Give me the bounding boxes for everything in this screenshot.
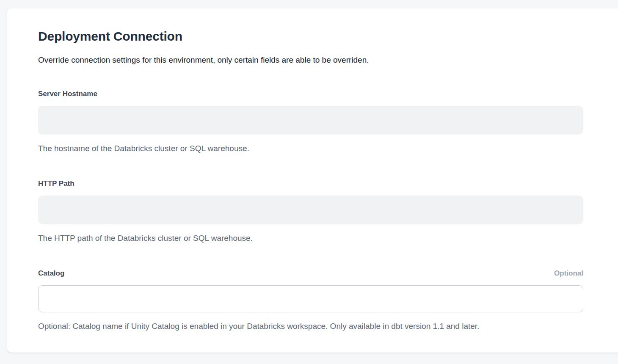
field-http-path: HTTP Path The HTTP path of the Databrick… [38,179,583,243]
server-hostname-input [38,106,583,135]
http-path-input [38,196,583,224]
page-subtitle: Override connection settings for this en… [38,55,583,65]
optional-badge: Optional [554,269,583,278]
server-hostname-label: Server Hostname [38,89,97,98]
catalog-label: Catalog [38,269,64,278]
field-head: HTTP Path [38,179,583,188]
server-hostname-help: The hostname of the Databricks cluster o… [38,143,583,154]
field-head: Catalog Optional [38,269,583,278]
field-server-hostname: Server Hostname The hostname of the Data… [38,89,583,154]
card-content: Deployment Connection Override connectio… [7,8,583,331]
page-title: Deployment Connection [38,29,583,44]
http-path-label: HTTP Path [38,179,74,188]
settings-card: Deployment Connection Override connectio… [7,8,618,353]
field-head: Server Hostname [38,89,583,98]
http-path-help: The HTTP path of the Databricks cluster … [38,233,583,243]
field-catalog: Catalog Optional Optional: Catalog name … [38,269,583,331]
catalog-help: Optional: Catalog name if Unity Catalog … [38,321,583,331]
catalog-input[interactable] [38,285,583,312]
